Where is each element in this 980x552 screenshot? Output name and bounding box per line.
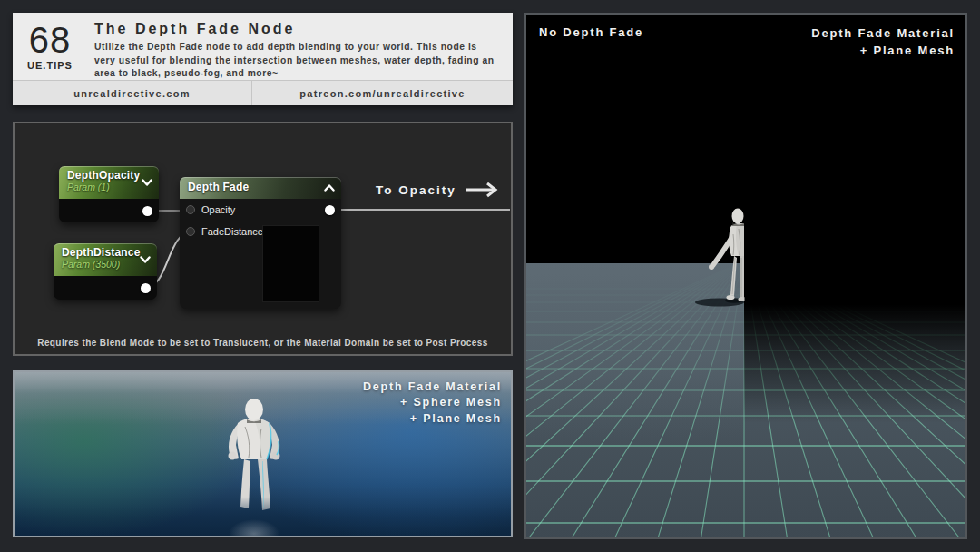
input-label: Opacity <box>201 204 235 215</box>
brand-label: UE.TIPS <box>13 60 87 71</box>
node-depth-fade[interactable]: Depth Fade Opacity FadeDistance <box>180 177 341 309</box>
header-links: unrealdirective.com patreon.com/unrealdi… <box>13 80 513 105</box>
website-link[interactable]: unrealdirective.com <box>13 81 251 105</box>
split-scene <box>524 13 967 539</box>
issue-block: 68 UE.TIPS <box>13 13 87 71</box>
page-description: Utilize the Depth Fade node to add depth… <box>94 41 500 81</box>
chevron-down-icon[interactable] <box>142 179 152 187</box>
chevron-down-icon[interactable] <box>140 256 151 264</box>
input-row-opacity: Opacity <box>180 199 341 221</box>
sphere-render-viewport: Depth Fade Material + Sphere Mesh + Plan… <box>13 370 513 537</box>
sphere-label-1: Depth Fade Material <box>363 380 502 395</box>
node-depth-distance[interactable]: DepthDistance Param (3500) <box>54 243 157 300</box>
page-title: The Depth Fade Node <box>94 21 500 37</box>
output-pin[interactable] <box>325 205 335 215</box>
header-card: 68 UE.TIPS The Depth Fade Node Utilize t… <box>13 13 513 105</box>
output-pin[interactable] <box>141 283 151 293</box>
node-subtitle: Param (3500) <box>62 259 150 270</box>
material-preview <box>262 225 319 302</box>
node-title: Depth Fade <box>188 181 334 193</box>
arrow-right-icon <box>465 182 499 198</box>
chevron-up-icon[interactable] <box>324 184 335 192</box>
node-subtitle: Param (1) <box>67 182 152 192</box>
input-pin[interactable] <box>186 205 195 214</box>
node-graph-panel: DepthOpacity Param (1) DepthDistance Par… <box>13 122 513 356</box>
split-view-viewport: No Depth Fade Depth Fade Material + Plan… <box>524 13 967 539</box>
sphere-label-2: + Sphere Mesh <box>363 395 502 410</box>
split-right-label-2: + Plane Mesh <box>811 43 955 60</box>
input-pin[interactable] <box>186 227 195 236</box>
split-right-label-1: Depth Fade Material <box>811 25 955 43</box>
node-title: DepthDistance <box>62 246 150 259</box>
mannequin-back-figure <box>200 396 309 537</box>
node-depth-opacity[interactable]: DepthOpacity Param (1) <box>59 166 159 222</box>
patreon-link[interactable]: patreon.com/unrealdirective <box>251 81 513 105</box>
sphere-label-3: + Plane Mesh <box>363 411 502 427</box>
output-pin[interactable] <box>142 206 152 216</box>
split-left-label: No Depth Fade <box>539 25 643 39</box>
issue-number: 68 <box>13 21 87 59</box>
input-label: FadeDistance <box>201 226 263 237</box>
node-title: DepthOpacity <box>67 169 152 182</box>
to-opacity-label: To Opacity <box>376 183 456 197</box>
